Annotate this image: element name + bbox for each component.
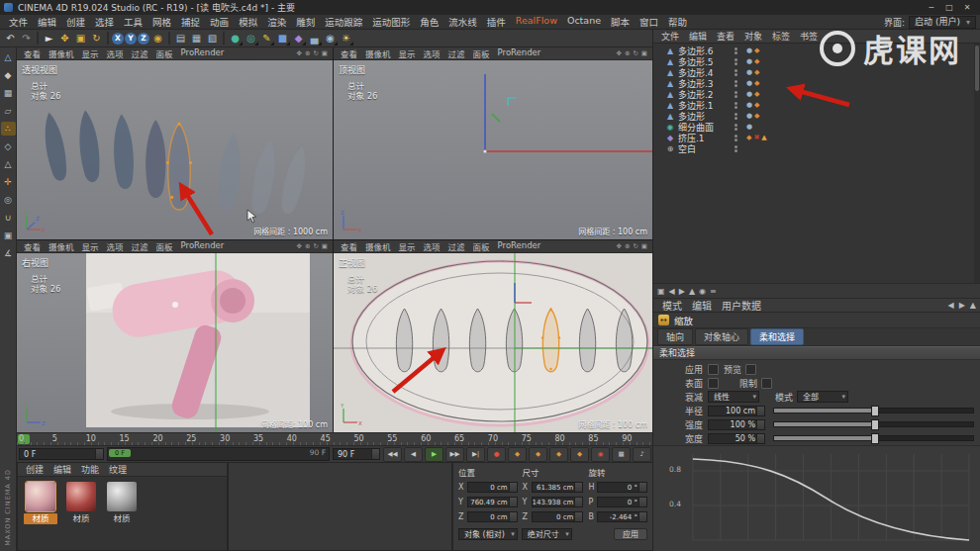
stepper-icon[interactable]: [756, 434, 764, 443]
object-manager-menu-item[interactable]: 标签: [767, 30, 795, 43]
enable-snap-icon[interactable]: ∪: [1, 211, 16, 225]
coordinate-field[interactable]: -2.464 °: [597, 511, 647, 522]
width-slider[interactable]: [773, 435, 974, 441]
restrict-checkbox[interactable]: [761, 378, 772, 389]
menu-item[interactable]: 文件: [4, 15, 33, 29]
object-tag-icon[interactable]: ◆: [754, 57, 759, 66]
menu-item[interactable]: 脚本: [606, 15, 635, 29]
coordinate-field[interactable]: 61.385 cm: [532, 482, 584, 493]
scale-tool-icon[interactable]: ▣: [73, 31, 88, 46]
quantize-icon[interactable]: ∡: [1, 246, 16, 260]
visibility-dots[interactable]: [735, 69, 737, 76]
prev-frame-button[interactable]: ◀: [404, 447, 423, 462]
x-axis-button[interactable]: X: [112, 33, 124, 45]
enable-axis-icon[interactable]: ✛: [1, 175, 16, 189]
material-menu-item[interactable]: 纹理: [104, 463, 132, 476]
material-name[interactable]: 材质: [105, 513, 139, 524]
material-item[interactable]: 材质: [24, 482, 57, 524]
menu-item[interactable]: 运动图形: [367, 15, 415, 29]
generators-icon[interactable]: ◎: [244, 31, 258, 46]
radius-slider[interactable]: [773, 408, 974, 413]
size-mode-select[interactable]: 绝对尺寸: [522, 528, 572, 540]
mode-select[interactable]: 全部: [797, 391, 848, 403]
viewport-pan-icon[interactable]: ✥: [616, 49, 621, 57]
goto-end-button[interactable]: ▶|: [466, 447, 485, 462]
menu-item[interactable]: 插件: [482, 15, 511, 29]
material-preview[interactable]: [107, 482, 137, 511]
object-tag-icon[interactable]: ◆: [754, 90, 759, 99]
viewport-toggle-icon[interactable]: ▣: [641, 49, 647, 57]
stepper-icon[interactable]: [756, 407, 764, 415]
deformer-icon[interactable]: ◆: [291, 31, 306, 46]
material-name[interactable]: 材质: [24, 513, 57, 524]
viewport-menu-item[interactable]: 摄像机: [361, 47, 395, 59]
viewport-toggle-icon[interactable]: ▣: [322, 49, 328, 57]
edges-mode-icon[interactable]: ◇: [1, 139, 16, 153]
viewport-front[interactable]: 查看摄像机显示选项过滤面板ProRender ✥⊕↻▣: [334, 240, 652, 432]
viewport-menu-item[interactable]: ProRender: [177, 240, 229, 252]
maximize-button[interactable]: □: [940, 3, 958, 12]
object-manager-menu-item[interactable]: 编辑: [684, 30, 712, 43]
stepper-icon[interactable]: [509, 512, 517, 521]
viewport-menu-item[interactable]: 摄像机: [45, 240, 78, 252]
attr-pin-icon[interactable]: ◉: [699, 287, 706, 296]
y-axis-button[interactable]: Y: [125, 33, 137, 45]
material-preview[interactable]: [66, 482, 96, 511]
object-manager-menu-item[interactable]: 书签: [795, 30, 823, 43]
keyframe-rotation-button[interactable]: ◆: [549, 447, 568, 462]
radius-field[interactable]: 100 cm: [708, 406, 765, 416]
menu-item[interactable]: 运动跟踪: [320, 15, 367, 29]
stepper-icon[interactable]: [95, 449, 103, 459]
viewport-menu-item[interactable]: 过滤: [444, 240, 469, 252]
redo-icon[interactable]: ↷: [19, 31, 34, 46]
viewport-menu-item[interactable]: 显示: [78, 47, 103, 59]
object-name[interactable]: 空白: [678, 142, 730, 155]
viewport-menu-item[interactable]: 显示: [395, 47, 420, 59]
surface-checkbox[interactable]: [708, 378, 719, 389]
viewport-menu-item[interactable]: 过滤: [444, 47, 469, 59]
visibility-dots[interactable]: [735, 135, 737, 141]
attr-nav-right-icon[interactable]: ▶: [959, 301, 965, 310]
material-menu-item[interactable]: 创建: [21, 463, 49, 476]
menu-item[interactable]: RealFlow: [511, 15, 562, 29]
object-tag-icon[interactable]: ●: [746, 46, 752, 55]
object-tag-icon[interactable]: ●: [746, 79, 752, 88]
visibility-dots[interactable]: [735, 102, 737, 109]
render-region-icon[interactable]: ▦: [189, 31, 204, 46]
viewport-menu-item[interactable]: 过滤: [128, 240, 152, 252]
preview-checkbox[interactable]: [745, 364, 756, 375]
object-tag-icon[interactable]: ●: [746, 90, 752, 99]
playback-options-button[interactable]: ▦: [612, 447, 631, 462]
menu-item[interactable]: Octane: [562, 15, 606, 29]
viewport-menu-item[interactable]: 面板: [152, 47, 177, 59]
viewport-rotate-icon[interactable]: ↻: [313, 242, 318, 250]
apply-checkbox[interactable]: [708, 364, 719, 375]
object-tag-icon[interactable]: ✖: [753, 134, 759, 142]
texture-mode-icon[interactable]: ▦: [1, 86, 16, 100]
menu-item[interactable]: 网格: [147, 15, 176, 29]
attr-menu-icon[interactable]: ≡: [710, 287, 717, 296]
menu-item[interactable]: 渲染: [262, 15, 291, 29]
stepper-icon[interactable]: [574, 483, 582, 492]
stepper-icon[interactable]: [574, 512, 582, 521]
object-tag-icon[interactable]: ▲: [761, 134, 766, 142]
object-tag-icon[interactable]: ◆: [754, 79, 759, 88]
subdivision-surface-icon[interactable]: ●: [228, 31, 243, 46]
visibility-dots[interactable]: [735, 58, 737, 65]
viewport-menu-item[interactable]: 选项: [420, 240, 444, 252]
viewport-pan-icon[interactable]: ✥: [616, 242, 621, 250]
object-tag-icon[interactable]: ●: [746, 123, 752, 132]
object-tag-icon[interactable]: ◆: [754, 46, 759, 55]
polygons-mode-icon[interactable]: △: [1, 157, 16, 171]
material-preview[interactable]: [26, 482, 55, 511]
model-mode-icon[interactable]: ◆: [1, 68, 16, 82]
coordinate-field[interactable]: 0 °: [597, 497, 647, 507]
attribute-tab[interactable]: 对象轴心: [695, 328, 748, 345]
menu-item[interactable]: 创建: [61, 15, 90, 29]
object-tag-icon[interactable]: ●: [746, 112, 752, 121]
viewport-canvas-right[interactable]: 右视图 总计 对象 26 Y Z 网格间距: 100 cm: [17, 253, 333, 432]
coordinate-space-select[interactable]: 对象 (相对): [458, 528, 518, 540]
z-axis-button[interactable]: Z: [138, 33, 149, 45]
material-name[interactable]: 材质: [64, 513, 98, 524]
undo-icon[interactable]: ↶: [3, 31, 18, 46]
